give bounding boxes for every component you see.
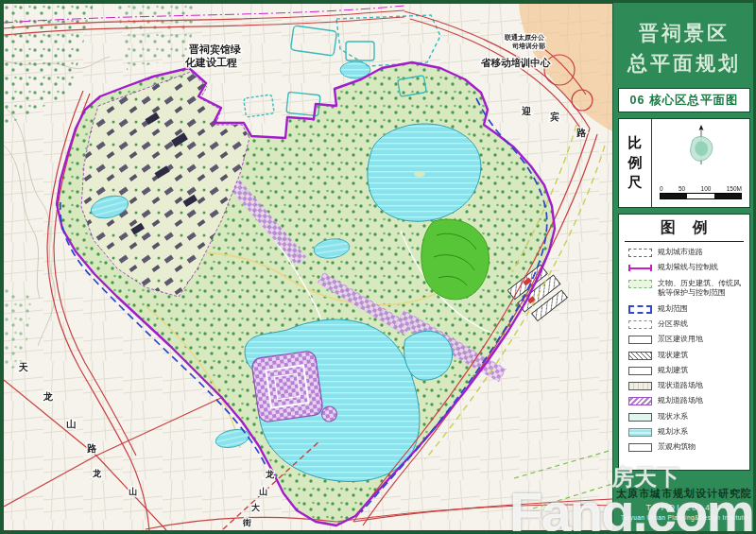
- protect-area-box-icon: [628, 280, 652, 288]
- legend-item: 景区建设用地: [628, 335, 744, 345]
- terraced-hill: [421, 219, 490, 300]
- cyan-stripe-box-icon: [628, 428, 652, 437]
- planning-map-sheet: 晋祠宾馆绿 化建设工程 联通太原分公 司培训分部 省移动培训中心 迎 宾 路 天…: [0, 0, 756, 534]
- purple-zigzag-box-icon: [628, 397, 652, 405]
- svg-text:山: 山: [259, 487, 267, 496]
- blue-dashed-box-icon: [628, 305, 652, 314]
- subtitle-text: 06 核心区总平面图: [630, 93, 739, 109]
- magenta-dashed-box-icon: [628, 320, 652, 329]
- diagonal-hatch-box-icon: [628, 352, 652, 360]
- legend-item: 现状水系: [628, 412, 744, 422]
- svg-text:路: 路: [576, 128, 587, 138]
- svg-text:山: 山: [129, 487, 137, 496]
- map-svg: 晋祠宾馆绿 化建设工程 联通太原分公 司培训分部 省移动培训中心 迎 宾 路 天…: [4, 4, 612, 530]
- legend-item: 规划城市道路: [628, 248, 744, 258]
- sheet-title: 晋祠景区 总平面规划: [615, 3, 753, 88]
- legend-item: 分区界线: [628, 319, 744, 330]
- dashed-red-box-icon: [628, 249, 652, 257]
- white-box-icon: [628, 367, 652, 375]
- svg-text:街: 街: [242, 518, 251, 527]
- title-line-2: 总平面规划: [615, 48, 753, 78]
- svg-text:迎: 迎: [521, 106, 532, 116]
- svg-text:宾: 宾: [550, 112, 559, 122]
- svg-text:天: 天: [18, 362, 28, 372]
- legend-item: 景观构筑物: [628, 442, 744, 453]
- scale-label: 比 例 尺: [619, 119, 652, 207]
- light-cyan-box-icon: [628, 413, 652, 422]
- scale-panel: 比 例 尺 0 50 100 150M: [618, 118, 750, 208]
- svg-text:晋祠宾馆绿: 晋祠宾馆绿: [188, 43, 241, 56]
- legend-item: 规划范围: [628, 304, 744, 315]
- white-box-icon: [628, 443, 652, 452]
- credit-panel: 太原市城市规划设计研究院 TUPDI 2014.4 Taiyuan Urban …: [615, 476, 753, 531]
- legend-panel: 图例 规划城市道路 规划紫线与控制线 文物、历史建筑、传统风貌等保护与控制范围 …: [618, 214, 750, 471]
- map-canvas: 晋祠宾馆绿 化建设工程 联通太原分公 司培训分部 省移动培训中心 迎 宾 路 天…: [4, 4, 612, 530]
- legend-list: 规划城市道路 规划紫线与控制线 文物、历史建筑、传统风貌等保护与控制范围 规划范…: [619, 242, 749, 455]
- legend-item: 文物、历史建筑、传统风貌等保护与控制范围: [628, 279, 744, 300]
- legend-item: 现状道路场地: [628, 381, 744, 391]
- svg-text:龙: 龙: [43, 391, 53, 402]
- white-box-icon: [628, 336, 652, 344]
- svg-text:路: 路: [87, 443, 97, 454]
- svg-text:司培训分部: 司培训分部: [512, 42, 545, 50]
- institute-name-en: Taiyuan Urban Planning&Design Institute: [621, 514, 747, 521]
- svg-text:龙: 龙: [265, 470, 275, 479]
- scale-ticks: 0 50 100 150M: [660, 185, 742, 192]
- legend-item: 规划水系: [628, 427, 744, 438]
- scale-graphic: 0 50 100 150M: [652, 119, 749, 207]
- legend-item: 规划建筑: [628, 366, 744, 376]
- svg-text:省移动培训中心: 省移动培训中心: [480, 57, 551, 68]
- gray-stripe-box-icon: [628, 382, 652, 390]
- magenta-line-icon: [628, 264, 652, 272]
- svg-text:联通太原分公: 联通太原分公: [504, 33, 545, 42]
- legend-header: 图例: [625, 215, 744, 242]
- svg-text:大: 大: [251, 503, 261, 512]
- legend-item: 规划紫线与控制线: [628, 263, 744, 273]
- title-line-1: 晋祠景区: [615, 18, 753, 48]
- sheet-subtitle: 06 核心区总平面图: [618, 88, 750, 112]
- svg-text:化建设工程: 化建设工程: [184, 57, 237, 68]
- svg-text:山: 山: [66, 419, 76, 429]
- svg-text:龙: 龙: [92, 469, 102, 478]
- north-arrow-icon: [679, 123, 723, 170]
- legend-item: 现状建筑: [628, 351, 744, 361]
- institute-name-cn: 太原市城市规划设计研究院: [616, 487, 752, 501]
- scale-bar: [660, 193, 742, 199]
- legend-item: 规划道路场地: [628, 396, 744, 406]
- institute-code: TUPDI 2014.4: [645, 503, 722, 512]
- sidebar: 晋祠景区 总平面规划 06 核心区总平面图 比 例 尺 0: [615, 3, 753, 531]
